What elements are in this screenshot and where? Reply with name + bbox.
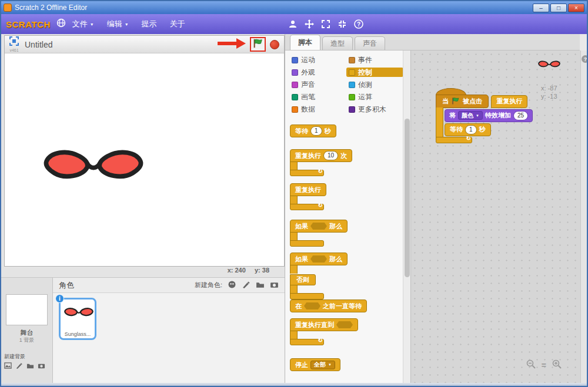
scratch-logo: SCRATCH [6, 19, 51, 29]
block-help-icon[interactable]: ? [354, 19, 363, 29]
category-sensing[interactable]: 侦测 [346, 80, 403, 89]
change-effect-block[interactable]: 将 颜色 ▼ 特效增加 25 [445, 109, 533, 122]
sprite-library-icon[interactable] [228, 280, 236, 290]
wait-block[interactable]: 等待 1 秒 [290, 124, 336, 137]
sound-color-chip [292, 82, 298, 88]
if-else-block[interactable]: 如果 那么 否则 [290, 253, 348, 299]
category-data[interactable]: 数据 [289, 105, 346, 114]
effect-value-input[interactable]: 25 [513, 111, 528, 120]
if-block[interactable]: 如果 那么 [290, 220, 348, 247]
wait-value-input[interactable]: 1 [310, 126, 322, 136]
tab-scripts[interactable]: 脚本 [290, 35, 320, 50]
backdrop-count: 1 背景 [1, 336, 52, 344]
paint-backdrop-icon[interactable] [15, 361, 23, 372]
events-color-chip [349, 57, 355, 63]
stage-pane[interactable]: 舞台 1 背景 新建背景 [1, 278, 53, 384]
menu-edit[interactable]: 编辑▼ [107, 19, 129, 29]
stop-block[interactable]: 停止 全部 ▼ [290, 358, 340, 371]
menu-file[interactable]: 文件▼ [72, 19, 94, 29]
chevron-down-icon: ▼ [476, 114, 479, 117]
sprite-thumbnail-small [538, 60, 560, 71]
zoom-reset-icon[interactable]: = [542, 361, 546, 370]
wait-until-block[interactable]: 在 之前一直等待 [290, 299, 367, 312]
pen-color-chip [292, 94, 298, 100]
maximize-button[interactable]: □ [550, 4, 567, 12]
condition-slot[interactable] [336, 321, 353, 328]
stage-label: 舞台 [1, 328, 52, 337]
palette-scrollbar-thumb[interactable] [405, 119, 410, 277]
green-flag-highlight-box [250, 37, 266, 52]
backdrop-library-icon[interactable] [4, 361, 12, 372]
shrink-icon[interactable] [338, 19, 347, 29]
close-button[interactable]: × [568, 4, 584, 12]
titlebar: Scratch 2 Offline Editor – □ × [1, 1, 587, 14]
language-icon[interactable] [56, 18, 66, 30]
tab-costumes[interactable]: 造型 [322, 36, 353, 50]
tab-bar: 脚本 造型 声音 [285, 34, 580, 51]
menu-about[interactable]: 关于 [170, 19, 185, 29]
green-flag-button[interactable] [253, 38, 263, 51]
app-window: Scratch 2 Offline Editor – □ × SCRATCH 文… [0, 0, 588, 387]
help-icon[interactable]: ? [582, 55, 588, 63]
loop-arrow-icon [290, 204, 324, 210]
condition-slot[interactable] [304, 302, 320, 309]
category-sound[interactable]: 声音 [289, 80, 346, 89]
zoom-out-icon[interactable] [526, 359, 536, 371]
category-more-blocks[interactable]: 更多积木 [346, 105, 403, 114]
selection-icon [9, 36, 19, 48]
upload-sprite-icon[interactable] [256, 280, 265, 290]
sprite-card-sunglasses[interactable]: i Sunglass... [59, 298, 96, 340]
category-control[interactable]: 控制 [346, 68, 403, 77]
forever-block[interactable]: 重复执行 [491, 95, 527, 108]
mouse-x: x: 240 [228, 267, 246, 274]
sprite-info-icon[interactable]: i [55, 294, 64, 303]
stage-thumbnail[interactable] [6, 294, 48, 325]
grow-icon[interactable] [321, 19, 330, 29]
loop-arrow-icon [290, 339, 324, 345]
more-blocks-color-chip [349, 106, 355, 113]
category-operators[interactable]: 运算 [346, 92, 403, 102]
category-looks[interactable]: 外观 [289, 68, 346, 77]
zoom-in-icon[interactable] [552, 359, 562, 371]
minimize-button[interactable]: – [533, 4, 549, 12]
delete-icon[interactable] [305, 19, 314, 29]
camera-backdrop-icon[interactable] [38, 361, 45, 372]
stop-dropdown[interactable]: 全部 ▼ [310, 361, 335, 369]
repeat-value-input[interactable]: 10 [323, 151, 338, 160]
camera-sprite-icon[interactable] [270, 280, 279, 290]
sprite-x-readout: x: -87 [541, 85, 557, 92]
repeat-block[interactable]: 重复执行 10 次 [290, 149, 352, 176]
window-frame-bottom [1, 383, 587, 386]
when-flag-clicked-block[interactable]: 当 被点击 [436, 95, 489, 108]
version-label: v461 [9, 48, 18, 52]
stop-button[interactable] [270, 40, 279, 49]
palette-scrollbar [403, 51, 410, 384]
loop-arrow-icon [290, 170, 324, 176]
tab-sounds[interactable]: 声音 [355, 36, 385, 50]
repeat-until-block[interactable]: 重复执行直到 [290, 318, 358, 345]
paint-sprite-icon[interactable] [242, 280, 250, 290]
scripts-area[interactable]: x: -87 y: -13 当 被点击 重复执行 将 [410, 51, 580, 384]
window-title: Scratch 2 Offline Editor [15, 4, 87, 12]
sensing-color-chip [349, 82, 355, 88]
category-pen[interactable]: 画笔 [289, 92, 346, 102]
menubar: SCRATCH 文件▼ 编辑▼ 提示 关于 ? [1, 14, 587, 34]
operators-color-chip [349, 94, 355, 100]
condition-slot[interactable] [310, 255, 327, 263]
new-sprite-label: 新建角色: [195, 281, 222, 290]
condition-slot[interactable] [310, 223, 327, 230]
upload-backdrop-icon[interactable] [26, 361, 34, 372]
category-motion[interactable]: 运动 [289, 55, 346, 65]
script-stack[interactable]: 当 被点击 重复执行 将 颜色 ▼ [436, 88, 533, 143]
sprites-header: 角色 新建角色: [53, 278, 285, 293]
effect-dropdown[interactable]: 颜色 ▼ [458, 111, 483, 120]
wait-block[interactable]: 等待 1 秒 [445, 123, 491, 136]
wait-value-input[interactable]: 1 [465, 125, 477, 134]
category-events[interactable]: 事件 [346, 55, 403, 65]
motion-color-chip [292, 57, 298, 63]
sunglasses-sprite[interactable] [44, 146, 143, 189]
duplicate-icon[interactable] [288, 19, 298, 29]
sprites-panel: 舞台 1 背景 新建背景 角色 新建角色: [1, 277, 285, 384]
forever-block[interactable]: 重复执行 [290, 183, 326, 210]
menu-tips[interactable]: 提示 [142, 19, 157, 29]
